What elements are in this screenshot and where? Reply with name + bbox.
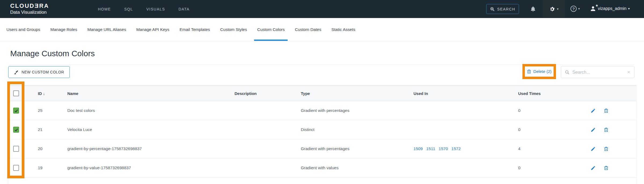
title-divider [10, 65, 634, 65]
used-in-link[interactable]: 1572 [451, 146, 460, 151]
delete-trash-icon[interactable] [604, 165, 609, 171]
cell-used-times: 4 [510, 146, 580, 151]
cell-used-times: 0 [510, 127, 580, 132]
new-custom-color-button[interactable]: NEW CUSTOM COLOR [8, 66, 70, 78]
column-header-type[interactable]: Type [293, 91, 405, 96]
cell-actions [580, 127, 636, 132]
row-checkbox[interactable] [13, 127, 19, 133]
page-title: Manage Custom Colors [10, 49, 95, 58]
cell-used-times: 0 [510, 108, 580, 113]
delete-trash-icon[interactable] [604, 108, 609, 113]
table-body: 25 Doc test colors Gradient with percent… [8, 101, 636, 178]
delete-trash-icon[interactable] [604, 146, 609, 151]
search-icon [565, 70, 569, 75]
nav-item-data[interactable]: DATA [178, 7, 189, 11]
main-nav-menu: HOME SQL VISUALS DATA [98, 0, 189, 18]
used-in-link[interactable]: 1511 [426, 146, 435, 151]
cell-type: Gradient with percentages [293, 146, 405, 151]
logo-product: Data Visualization [10, 9, 49, 15]
tab-manage-roles[interactable]: Manage Roles [45, 18, 82, 41]
table-row: 19 gradient-by-value-1758732698837 Gradi… [8, 158, 636, 178]
used-in-link[interactable]: 1509 [414, 146, 423, 151]
column-header-description[interactable]: Description [226, 91, 293, 96]
admin-star-icon: * [596, 3, 598, 10]
tab-manage-url-aliases[interactable]: Manage URL Aliases [82, 18, 131, 41]
new-custom-color-label: NEW CUSTOM COLOR [21, 70, 64, 74]
clear-search-icon[interactable]: × [627, 69, 630, 75]
logo-brand: CLOUDƎRA [10, 2, 49, 9]
column-header-name[interactable]: Name [59, 91, 226, 96]
nav-item-home[interactable]: HOME [98, 7, 111, 11]
edit-pencil-icon[interactable] [591, 127, 596, 132]
cell-id: 19 [30, 165, 59, 170]
edit-pencil-icon[interactable] [591, 165, 596, 171]
delete-selected-button[interactable]: Delete (2) [525, 66, 554, 77]
tab-custom-dates[interactable]: Custom Dates [290, 18, 326, 41]
cell-name: Doc test colors [59, 108, 226, 113]
delete-label: Delete (2) [533, 69, 551, 74]
cell-name: Velocita Luce [59, 127, 226, 132]
row-select-cell [8, 127, 30, 133]
cloudera-logo: CLOUDƎRA Data Visualization [10, 2, 49, 15]
table-row: 25 Doc test colors Gradient with percent… [8, 101, 636, 120]
notifications-button[interactable] [530, 6, 536, 12]
table-row: 20 gradient-by-percentage-1758732698837 … [8, 139, 636, 158]
row-checkbox[interactable] [13, 146, 19, 152]
cell-id: 21 [30, 127, 59, 132]
delete-trash-icon[interactable] [604, 127, 609, 132]
user-menu[interactable]: * vizapps_admin ▾ [590, 5, 630, 12]
cell-name: gradient-by-value-1758732698837 [59, 165, 226, 170]
column-header-id[interactable]: ID↓ [30, 91, 59, 96]
tab-manage-api-keys[interactable]: Manage API Keys [131, 18, 174, 41]
used-in-link[interactable]: 1570 [439, 146, 448, 151]
column-header-used-in[interactable]: Used In [405, 91, 510, 96]
cell-type: Gradient with percentages [293, 108, 405, 113]
column-header-used-times[interactable]: Used Times [510, 91, 580, 96]
select-all-checkbox[interactable] [13, 90, 19, 96]
global-search-button[interactable]: SEARCH [486, 4, 519, 14]
table-header-row: ID↓ Name Description Type Used In Used T… [8, 86, 636, 101]
settings-menu-active[interactable]: ▾ [543, 0, 565, 20]
admin-tabbar: Users and Groups Manage Roles Manage URL… [0, 18, 644, 41]
chevron-down-icon: ▾ [557, 7, 559, 11]
table-search: × [561, 66, 634, 78]
chevron-down-icon: ▾ [578, 7, 580, 10]
cell-type: Distinct [293, 127, 405, 132]
edit-pencil-icon[interactable] [591, 108, 596, 113]
select-all-cell [8, 90, 30, 96]
search-input[interactable] [572, 70, 624, 75]
cell-actions [580, 165, 636, 171]
paintbrush-icon [14, 70, 19, 75]
tab-custom-styles[interactable]: Custom Styles [215, 18, 252, 41]
sort-desc-icon: ↓ [43, 91, 45, 96]
cell-id: 25 [30, 108, 59, 113]
user-icon: * [590, 5, 596, 12]
table-row: 21 Velocita Luce Distinct 0 [8, 120, 636, 139]
cell-used-times: 0 [510, 165, 580, 170]
cell-name: gradient-by-percentage-1758732698837 [59, 146, 226, 151]
nav-item-sql[interactable]: SQL [124, 7, 133, 11]
row-select-cell [8, 146, 30, 152]
tab-users-and-groups[interactable]: Users and Groups [1, 18, 45, 41]
help-menu[interactable]: ? ▾ [570, 6, 580, 12]
nav-item-visuals[interactable]: VISUALS [147, 7, 165, 11]
trash-icon [527, 69, 531, 74]
help-icon: ? [570, 6, 577, 12]
row-checkbox[interactable] [13, 165, 19, 171]
cell-id: 20 [30, 146, 59, 151]
cell-actions [580, 146, 636, 151]
row-select-cell [8, 165, 30, 171]
tab-email-templates[interactable]: Email Templates [174, 18, 215, 41]
cell-type: Gradient with values [293, 165, 405, 170]
row-select-cell [8, 108, 30, 114]
custom-colors-table: ID↓ Name Description Type Used In Used T… [8, 86, 636, 184]
search-plus-icon [490, 7, 495, 12]
tab-custom-colors-active[interactable]: Custom Colors [252, 18, 290, 41]
chevron-down-icon: ▾ [628, 7, 630, 10]
global-search-label: SEARCH [497, 7, 515, 11]
cell-actions [580, 108, 636, 113]
edit-pencil-icon[interactable] [591, 146, 596, 151]
username-label: vizapps_admin [598, 6, 627, 11]
row-checkbox[interactable] [13, 108, 19, 114]
tab-static-assets[interactable]: Static Assets [326, 18, 360, 41]
